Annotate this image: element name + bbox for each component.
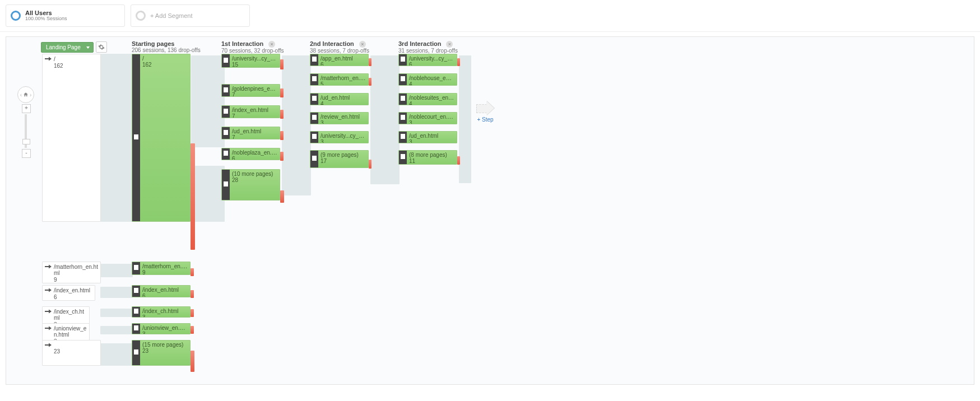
page-icon: [310, 74, 318, 85]
zoom-control: + -: [22, 104, 30, 158]
page-node[interactable]: /index_en.html7: [221, 105, 280, 118]
page-value: 28: [232, 177, 273, 183]
flow-connector: [100, 326, 133, 334]
page-node[interactable]: /matterhorn_en.html 9: [132, 262, 191, 275]
add-segment-button[interactable]: + Add Segment: [131, 4, 250, 27]
page-icon: [399, 94, 407, 105]
entry-label: /: [54, 56, 55, 62]
page-label: (15 more pages): [142, 342, 183, 348]
page-icon: [310, 54, 318, 66]
dropoff-bar: [280, 190, 284, 203]
page-label: (9 more pages): [321, 152, 359, 158]
zoom-handle[interactable]: [22, 139, 30, 144]
dimension-select[interactable]: Landing Page: [41, 42, 94, 53]
page-value: 3: [409, 139, 438, 143]
page-node[interactable]: /ud_en.html4: [310, 93, 369, 105]
column-title: 3rd Interaction: [398, 40, 441, 47]
page-icon: [222, 127, 230, 139]
page-label: /noblehouse_en.html: [409, 75, 454, 81]
add-step-button[interactable]: + Step: [476, 102, 494, 123]
flow-connector: [459, 55, 471, 183]
page-icon: [222, 54, 230, 67]
page-node[interactable]: /university...cy_en.html15: [221, 54, 280, 68]
page-node[interactable]: /review_en.html3: [310, 112, 369, 124]
page-icon: [310, 132, 318, 143]
page-value: 4: [321, 101, 350, 105]
dropoff-bar: [191, 351, 194, 372]
remove-step-button[interactable]: ×: [359, 41, 366, 48]
segment-sub: 100.00% Sessions: [25, 16, 67, 22]
page-node[interactable]: (9 more pages)17: [310, 150, 369, 168]
page-node[interactable]: /unionview_en.html 3: [132, 323, 191, 334]
page-value: 5: [321, 81, 366, 85]
page-icon: [132, 262, 140, 274]
page-icon: [399, 113, 407, 124]
page-label: /ud_en.html: [232, 128, 261, 134]
flow-connector: [191, 55, 225, 147]
page-value: 4: [409, 101, 454, 105]
page-value: 6: [142, 293, 179, 297]
page-value: 3: [321, 139, 366, 143]
remove-step-button[interactable]: ×: [446, 41, 453, 48]
page-node[interactable]: /noblecourt_en.html3: [398, 112, 457, 124]
page-icon: [222, 170, 230, 200]
page-icon: [222, 148, 230, 160]
entry-node[interactable]: 23: [42, 340, 101, 366]
page-node[interactable]: (10 more pages)28: [221, 169, 280, 200]
column-header-2nd: 2nd Interaction × 38 sessions, 7 drop-of…: [310, 40, 369, 54]
dropoff-bar: [280, 59, 284, 69]
dropoff-bar: [191, 309, 194, 317]
page-label: /ud_en.html: [409, 133, 438, 139]
flow-connector: [370, 55, 400, 184]
page-node[interactable]: /noblehouse_en.html4: [398, 73, 457, 86]
nav-home-button[interactable]: ‹ ›: [17, 86, 34, 103]
column-header-3rd: 3rd Interaction × 31 sessions, 7 drop-of…: [398, 40, 458, 54]
remove-step-button[interactable]: ×: [268, 41, 275, 48]
dropoff-bar: [369, 58, 371, 66]
column-sub: 31 sessions, 7 drop-offs: [398, 48, 458, 54]
page-node[interactable]: /university...cy_en.html3: [310, 131, 369, 143]
flow-connector: [100, 309, 133, 317]
page-label: /matterhorn_en.html: [321, 75, 366, 81]
zoom-out-button[interactable]: -: [22, 149, 31, 158]
dropoff-bar: [369, 160, 371, 169]
settings-button[interactable]: [96, 41, 107, 53]
page-node[interactable]: /ud_en.html7: [221, 127, 280, 139]
entry-node[interactable]: / 162: [42, 54, 101, 222]
page-value: 9: [142, 269, 188, 274]
zoom-in-button[interactable]: +: [22, 104, 31, 113]
page-icon: [222, 106, 230, 118]
entry-node[interactable]: /matterhorn_en.html 9: [42, 262, 101, 283]
segment-all-users[interactable]: All Users 100.00% Sessions: [6, 4, 125, 27]
page-label: /noblecourt_en.html: [409, 114, 454, 120]
page-label: /noblesuites_en.html: [409, 95, 454, 101]
flow-connector: [100, 54, 133, 222]
add-segment-label: + Add Segment: [150, 12, 193, 19]
page-node[interactable]: /noblesuites_en.html4: [398, 93, 457, 105]
page-node[interactable]: /nobleplaza_en.html6: [221, 148, 280, 160]
page-node[interactable]: /goldenpines_en.html7: [221, 84, 280, 97]
page-node[interactable]: /app_en.html6: [310, 54, 369, 66]
page-node[interactable]: /index_en.html 6: [132, 285, 191, 297]
dropoff-bar: [280, 88, 284, 97]
page-label: /unionview_en.html: [142, 325, 188, 331]
entry-arrow-icon: [45, 56, 52, 62]
page-node[interactable]: /university...cy_en.html6: [398, 54, 457, 66]
dropoff-bar: [191, 326, 194, 334]
page-node[interactable]: (15 more pages) 23: [132, 340, 191, 366]
entry-node[interactable]: /index_en.html 6: [42, 285, 95, 301]
segment-bar: All Users 100.00% Sessions + Add Segment: [0, 0, 980, 32]
page-icon: [132, 286, 140, 297]
page-value: 4: [409, 81, 454, 85]
page-node[interactable]: /index_ch.html 3: [132, 306, 191, 318]
segment-placeholder-icon: [136, 11, 146, 21]
page-node[interactable]: / 162: [132, 54, 191, 222]
page-node[interactable]: /ud_en.html3: [398, 131, 457, 143]
page-node[interactable]: /matterhorn_en.html5: [310, 73, 369, 86]
column-sub: 38 sessions, 7 drop-offs: [310, 48, 369, 54]
page-node[interactable]: (8 more pages)11: [398, 150, 457, 165]
dropoff-bar: [191, 290, 194, 298]
zoom-slider[interactable]: [25, 114, 27, 148]
column-title: Starting pages: [132, 40, 201, 47]
dropoff-bar: [457, 58, 460, 66]
